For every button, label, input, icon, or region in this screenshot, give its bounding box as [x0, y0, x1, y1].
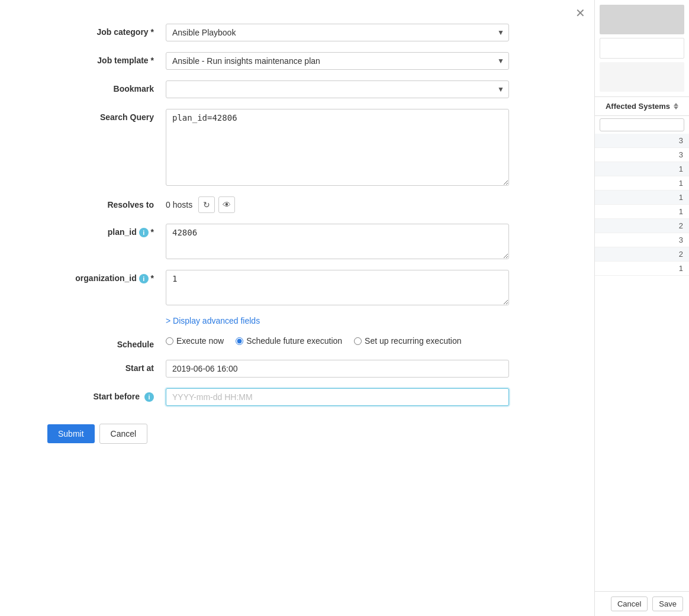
bookmark-row: Bookmark ▼ — [47, 80, 582, 98]
submit-button[interactable]: Submit — [47, 424, 95, 443]
rp-placeholder-1 — [600, 5, 684, 34]
rp-save-button[interactable]: Save — [652, 596, 683, 611]
start-at-label: Start at — [47, 360, 166, 373]
main-container: ✕ Job category * Ansible Playbook ▼ Job … — [0, 0, 689, 616]
plan-id-row: plan_id i * 42806 — [47, 224, 582, 259]
plan-id-info-icon[interactable]: i — [139, 228, 149, 237]
schedule-row: Schedule Execute now Schedule future exe… — [47, 336, 582, 349]
start-at-input[interactable] — [166, 360, 509, 378]
schedule-recurring-radio[interactable] — [354, 337, 362, 345]
right-panel-top — [595, 0, 689, 96]
start-at-row: Start at — [47, 360, 582, 378]
schedule-future[interactable]: Schedule future execution — [236, 336, 342, 346]
schedule-control: Execute now Schedule future execution Se… — [166, 336, 509, 346]
bookmark-select-wrapper: ▼ — [166, 80, 509, 98]
right-panel: Affected Systems 3 3 1 1 1 1 2 3 2 1 Can… — [594, 0, 689, 616]
job-category-label: Job category * — [47, 24, 166, 37]
search-query-textarea[interactable]: plan_id=42806 — [166, 109, 509, 186]
rp-row-5: 1 — [595, 191, 689, 205]
sort-icon — [674, 103, 678, 109]
plan-id-control: 42806 — [166, 224, 509, 259]
resolves-to-row: Resolves to 0 hosts ↻ 👁 — [47, 196, 582, 213]
rp-row-3: 1 — [595, 162, 689, 176]
job-category-row: Job category * Ansible Playbook ▼ — [47, 24, 582, 41]
search-query-row: Search Query plan_id=42806 — [47, 109, 582, 186]
resolves-to-content: 0 hosts ↻ 👁 — [166, 196, 235, 213]
job-category-control: Ansible Playbook ▼ — [166, 24, 509, 41]
job-category-select[interactable]: Ansible Playbook — [166, 24, 509, 41]
job-template-label: Job template * — [47, 52, 166, 65]
affected-systems-label: Affected Systems — [606, 102, 670, 111]
resolves-to-label: Resolves to — [47, 196, 166, 209]
schedule-execute-now[interactable]: Execute now — [166, 336, 224, 346]
resolves-to-text: 0 hosts — [166, 200, 192, 209]
form-area: Job category * Ansible Playbook ▼ Job te… — [0, 0, 594, 616]
schedule-label: Schedule — [47, 336, 166, 349]
job-template-control: Ansible - Run insights maintenance plan … — [166, 52, 509, 70]
schedule-future-radio[interactable] — [236, 337, 243, 345]
schedule-execute-now-label: Execute now — [176, 336, 224, 346]
affected-systems-filter[interactable] — [600, 118, 684, 131]
job-template-select-wrapper: Ansible - Run insights maintenance plan … — [166, 52, 509, 70]
org-id-label: organization_id i * — [47, 270, 166, 283]
rp-row-6: 1 — [595, 205, 689, 219]
start-before-control — [166, 388, 509, 406]
org-id-label-text: organization_id — [75, 273, 139, 283]
cancel-button[interactable]: Cancel — [99, 424, 148, 444]
affected-systems-header[interactable]: Affected Systems — [595, 96, 689, 116]
start-before-row: Start before i — [47, 388, 582, 406]
eye-icon: 👁 — [223, 200, 231, 209]
org-id-control: 1 — [166, 270, 509, 305]
rp-row-7: 2 — [595, 219, 689, 233]
sort-down-icon — [674, 107, 678, 109]
start-before-label: Start before i — [47, 388, 166, 402]
schedule-recurring-label: Set up recurring execution — [365, 336, 461, 346]
plan-id-label-text: plan_id — [108, 227, 139, 237]
search-query-control: plan_id=42806 — [166, 109, 509, 186]
schedule-future-label: Schedule future execution — [246, 336, 342, 346]
rp-row-9: 2 — [595, 247, 689, 262]
plan-id-label: plan_id i * — [47, 224, 166, 237]
footer-buttons: Submit Cancel — [47, 424, 582, 456]
start-at-control — [166, 360, 509, 378]
start-before-info-icon[interactable]: i — [144, 392, 154, 402]
org-id-info-icon[interactable]: i — [139, 274, 149, 283]
display-advanced-link[interactable]: > Display advanced fields — [166, 316, 582, 325]
rp-cancel-button[interactable]: Cancel — [611, 596, 648, 611]
org-id-textarea[interactable]: 1 — [166, 270, 509, 305]
search-query-label: Search Query — [47, 109, 166, 122]
eye-button[interactable]: 👁 — [218, 196, 235, 213]
schedule-options: Execute now Schedule future execution Se… — [166, 336, 462, 346]
rp-row-2: 3 — [595, 148, 689, 162]
rp-row-4: 1 — [595, 176, 689, 191]
bookmark-control: ▼ — [166, 80, 509, 98]
rp-row-8: 3 — [595, 233, 689, 247]
bookmark-select[interactable] — [166, 80, 509, 98]
plan-id-textarea[interactable]: 42806 — [166, 224, 509, 259]
rp-placeholder-3 — [600, 62, 684, 92]
refresh-button[interactable]: ↻ — [198, 196, 215, 213]
resolves-to-control: 0 hosts ↻ 👁 — [166, 196, 509, 213]
rp-row-10: 1 — [595, 262, 689, 276]
job-category-select-wrapper: Ansible Playbook ▼ — [166, 24, 509, 41]
sort-up-icon — [674, 103, 678, 106]
schedule-recurring[interactable]: Set up recurring execution — [354, 336, 461, 346]
plan-id-required: * — [151, 227, 154, 237]
job-template-row: Job template * Ansible - Run insights ma… — [47, 52, 582, 70]
org-id-row: organization_id i * 1 — [47, 270, 582, 305]
refresh-icon: ↻ — [203, 200, 210, 209]
start-before-label-text: Start before — [94, 392, 140, 401]
start-before-input[interactable] — [166, 388, 509, 406]
job-template-select[interactable]: Ansible - Run insights maintenance plan — [166, 52, 509, 70]
bookmark-label: Bookmark — [47, 80, 166, 93]
schedule-execute-now-radio[interactable] — [166, 337, 173, 345]
rp-placeholder-2 — [600, 38, 684, 59]
org-id-required: * — [151, 273, 154, 283]
rp-row-1: 3 — [595, 134, 689, 148]
rp-actions: Cancel Save — [595, 591, 689, 616]
